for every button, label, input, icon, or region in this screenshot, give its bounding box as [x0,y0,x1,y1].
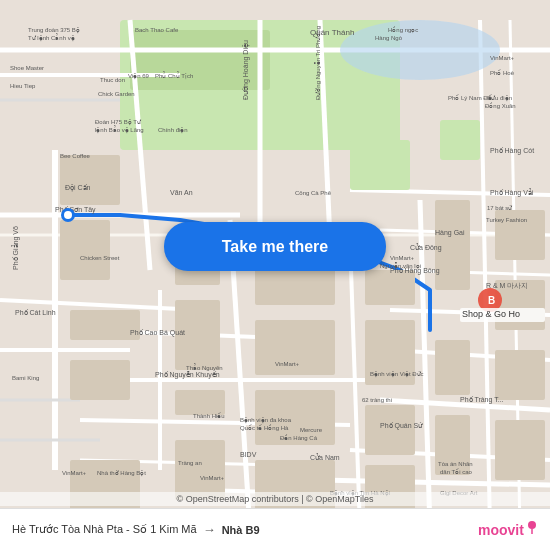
svg-text:Tư lệnh Cảnh vệ: Tư lệnh Cảnh vệ [28,33,75,42]
bottom-bar: Hè Trước Tòa Nhà Pta - Số 1 Kim Mã → Nhà… [0,508,550,550]
svg-text:VinMart+: VinMart+ [490,55,515,61]
svg-text:Phố Cát Linh: Phố Cát Linh [15,309,56,316]
svg-text:Cửa Nam: Cửa Nam [310,453,340,461]
svg-text:Bee Coffee: Bee Coffee [60,153,91,159]
map-background: Phố Sơn Tây Phố Giảng Võ Đội Cấn Phố Cát… [0,0,550,550]
svg-text:BIDV: BIDV [240,451,257,458]
svg-text:Văn An: Văn An [170,189,193,196]
svg-text:VinMart+: VinMart+ [62,470,87,476]
svg-point-131 [528,521,536,529]
arrow-icon: → [203,522,216,537]
svg-text:Cửa Đông: Cửa Đông [410,243,442,252]
svg-text:Phố Hoè: Phố Hoè [490,69,515,76]
svg-text:Đồng Xuân: Đồng Xuân [485,102,516,109]
svg-text:62 tràng thi: 62 tràng thi [362,397,392,403]
svg-rect-2 [130,30,270,90]
svg-text:Thành Hiếu: Thành Hiếu [193,412,225,419]
svg-rect-53 [365,405,415,455]
svg-text:17 bát sứ: 17 bát sứ [487,205,513,211]
svg-rect-38 [60,155,120,205]
svg-text:Đường Nguyễn Tri Phương: Đường Nguyễn Tri Phương [314,26,321,100]
svg-text:Bệnh viện Việt Đức: Bệnh viện Việt Đức [370,371,424,378]
svg-text:VinMart+: VinMart+ [275,361,300,367]
svg-point-35 [340,20,500,80]
take-me-there-button[interactable]: Take me there [164,222,386,271]
svg-text:Chick Garden: Chick Garden [98,91,135,97]
svg-rect-46 [175,440,225,500]
svg-point-126 [64,211,72,219]
svg-text:Hồng ngọc: Hồng ngọc [388,26,418,34]
svg-text:Thảo Nguyên: Thảo Nguyên [186,363,223,371]
svg-text:Hàng Ngò: Hàng Ngò [375,35,403,41]
shop-go-label: Shop & Go Ho [460,308,545,322]
svg-text:Đội Cấn: Đội Cấn [65,184,91,192]
svg-text:Phố Quán Sứ: Phố Quán Sứ [380,422,423,430]
svg-text:Hieu Tiep: Hieu Tiep [10,83,36,89]
svg-text:Bami King: Bami King [12,375,39,381]
svg-text:Phố Hàng Cót: Phố Hàng Cót [490,147,534,155]
svg-text:Trung đoàn 375 Bộ: Trung đoàn 375 Bộ [28,27,80,34]
svg-text:Phố Cao Bá Quát: Phố Cao Bá Quát [130,329,185,337]
svg-text:Chicken Street: Chicken Street [80,255,120,261]
svg-rect-51 [365,270,415,305]
svg-text:Tòa án Nhân: Tòa án Nhân [438,461,473,467]
svg-text:Nhà thờ Hàng Bột: Nhà thờ Hàng Bột [97,470,146,477]
svg-text:lệnh Bảo vệ Lăng: lệnh Bảo vệ Lăng [95,125,144,134]
svg-text:Turkey Fashion: Turkey Fashion [486,217,527,223]
svg-text:B: B [488,295,495,306]
svg-text:Phố Sơn Tây: Phố Sơn Tây [55,206,96,214]
svg-text:Đường Hoàng Diệu: Đường Hoàng Diệu [242,40,250,100]
svg-text:Bach Thao Cafe: Bach Thao Cafe [135,27,179,33]
svg-text:VinMart+: VinMart+ [200,475,225,481]
svg-rect-36 [350,140,410,190]
svg-text:Shoe Master: Shoe Master [10,65,44,71]
svg-text:Phố Giảng Võ: Phố Giảng Võ [11,226,20,270]
route-info: Hè Trước Tòa Nhà Pta - Số 1 Kim Mã → Nhà… [12,522,478,537]
svg-rect-41 [70,360,130,400]
svg-text:VinMart+: VinMart+ [390,255,415,261]
svg-text:Phố Hàng Vải: Phố Hàng Vải [490,188,534,197]
svg-text:Mercure: Mercure [300,427,323,433]
svg-text:dân Tối cao: dân Tối cao [440,468,473,475]
moovit-logo[interactable]: moovit [478,517,538,543]
svg-text:Đền Hàng Cá: Đền Hàng Cá [280,434,318,441]
svg-rect-37 [440,120,480,160]
svg-text:Công Cà Phê: Công Cà Phê [295,190,332,196]
origin-text: Hè Trước Tòa Nhà Pta - Số 1 Kim Mã [12,523,197,536]
svg-text:Phủ Chủ Tịch: Phủ Chủ Tịch [155,71,193,80]
map-container: Phố Sơn Tây Phố Giảng Võ Đội Cấn Phố Cát… [0,0,550,550]
svg-text:Nguyễn văn lọi: Nguyễn văn lọi [380,262,421,270]
osm-attribution: © OpenStreetMap contributors | © OpenMap… [0,492,550,506]
svg-text:R & M 마사지: R & M 마사지 [486,282,528,289]
svg-rect-60 [495,350,545,400]
svg-text:Viện 69: Viện 69 [128,73,150,80]
svg-text:Quốc tế Hồng Hà: Quốc tế Hồng Hà [240,424,289,431]
svg-rect-39 [60,220,110,280]
svg-text:moovit: moovit [478,522,524,538]
svg-text:Phố Nguyễn Khuyến: Phố Nguyễn Khuyến [155,371,220,379]
svg-text:Đoàn H75 Bộ Tư: Đoàn H75 Bộ Tư [95,119,142,126]
take-me-there-label: Take me there [222,238,328,256]
svg-text:Phố Lý Nam Đế: Phố Lý Nam Đế [448,94,492,101]
svg-rect-56 [435,340,470,395]
svg-text:Hàng Gai: Hàng Gai [435,229,465,237]
svg-text:Thuc don: Thuc don [100,77,125,83]
svg-rect-61 [495,420,545,480]
destination-text: Nhà B9 [222,524,260,536]
svg-text:Phố Tràng T...: Phố Tràng T... [460,396,504,404]
svg-rect-45 [175,390,225,415]
svg-text:Bệnh viện đa khoa: Bệnh viện đa khoa [240,417,292,424]
svg-text:Tràng an: Tràng an [178,460,202,466]
svg-text:Chính điện: Chính điện [158,127,188,134]
